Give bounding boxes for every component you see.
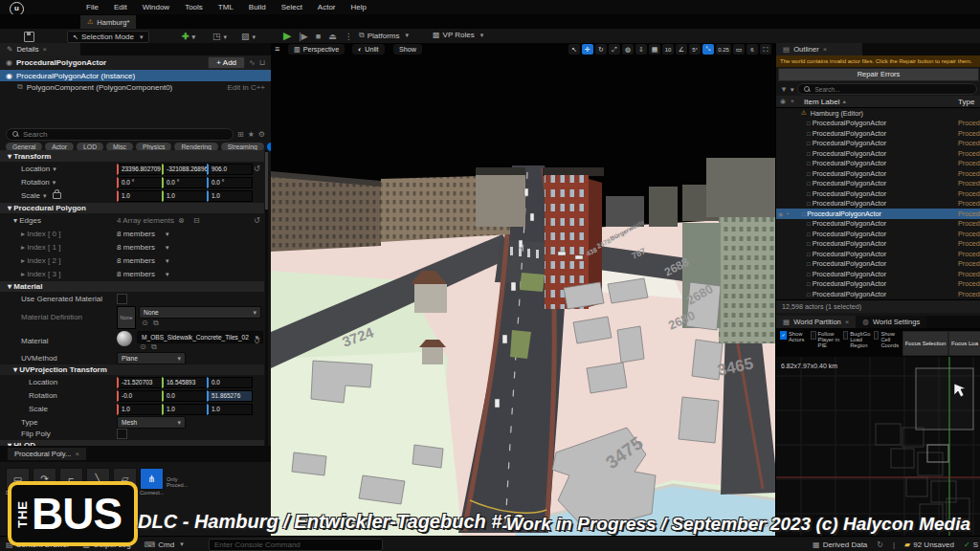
outliner-row[interactable]: □ ProceduralPolygonActorProcedural	[776, 249, 980, 259]
uv-location-y[interactable]: 16.545893	[162, 377, 208, 388]
pin-icon[interactable]: ⌖	[786, 210, 789, 217]
edit-in-cpp-link[interactable]: Edit in C++	[227, 83, 265, 92]
material-definition-thumb[interactable]: None	[117, 306, 136, 329]
close-icon[interactable]: ×	[845, 318, 849, 326]
outliner-row[interactable]: □ ProceduralPolygonActorProcedural	[776, 139, 980, 149]
eject-button[interactable]: ⏏	[328, 32, 337, 41]
uvmethod-dropdown[interactable]: Plane▾	[117, 352, 186, 364]
close-icon[interactable]: ×	[43, 45, 47, 54]
pin-icon[interactable]: ⌖	[791, 98, 794, 105]
clear-array-icon[interactable]: ⊗	[178, 216, 185, 225]
source-control-button[interactable]: ✓S	[964, 540, 978, 549]
grid-view-icon[interactable]: ⊞	[237, 130, 244, 139]
outliner-row[interactable]: ◉⌖□ ProceduralPolygonActorProcedural	[776, 209, 980, 219]
cmd-dropdown[interactable]: ⌨Cmd▾	[145, 540, 184, 549]
outliner-row[interactable]: □ ProceduralPolygonActorProcedural	[776, 219, 980, 230]
outliner-row[interactable]: □ ProceduralPolygonActorProcedural	[776, 119, 980, 129]
uv-location-x[interactable]: -21.520703	[117, 377, 163, 388]
favorites-icon[interactable]: ★	[248, 130, 255, 139]
scale-tool-icon[interactable]: ⤢	[609, 44, 620, 55]
reset-icon[interactable]: ↺	[254, 165, 260, 173]
viewport-canvas[interactable]: 3724346534752688268026807872478438Bürger…	[271, 43, 775, 536]
repair-errors-button[interactable]: Repair Errors	[778, 68, 979, 81]
uv-rotation-z[interactable]: 51.865276	[207, 390, 253, 402]
index-1-label[interactable]: ▸ Index [ 1 ]	[21, 243, 60, 252]
delete-array-icon[interactable]: ⊟	[193, 216, 200, 225]
index-0-label[interactable]: ▸ Index [ 0 ]	[21, 230, 60, 238]
cinematics-icon[interactable]: ▨▾	[241, 32, 256, 41]
surface-snap-icon[interactable]: ⇩	[635, 44, 647, 55]
use-asset-icon[interactable]: ⊙	[142, 319, 148, 327]
outliner-row[interactable]: □ ProceduralPolygonActorProcedural	[776, 128, 980, 139]
scale-z[interactable]: 1.0	[207, 190, 253, 202]
menu-window[interactable]: Window	[143, 3, 169, 11]
uv-rotation-y[interactable]: 0.0	[162, 390, 208, 402]
maximize-viewport-icon[interactable]: ⛶	[760, 44, 771, 55]
component-row[interactable]: ⧉ PolygonComponent (PolygonComponent0) E…	[0, 81, 271, 93]
uv-location-z[interactable]: 0.0	[207, 377, 253, 388]
outliner-search-input[interactable]: Search...	[797, 83, 977, 95]
add-component-button[interactable]: + Add	[208, 56, 245, 69]
menu-tools[interactable]: Tools	[185, 3, 203, 11]
type-column[interactable]: Type	[958, 98, 974, 106]
close-icon[interactable]: ×	[823, 45, 827, 54]
edges-label[interactable]: ▾ Edges	[13, 216, 41, 225]
section-uvprojection[interactable]: ▾ UVProjection Transform	[0, 364, 264, 375]
browse-asset-icon[interactable]: ⧉	[153, 319, 159, 328]
outliner-row[interactable]: □ ProceduralPolygonActorProcedural	[776, 259, 980, 270]
outliner-row[interactable]: □ ProceduralPolygonActorProcedural	[776, 188, 980, 199]
outliner-row[interactable]: □ ProceduralPolygonActorProcedural	[776, 229, 980, 239]
outliner-row[interactable]: □ ProceduralPolygonActorProcedural	[776, 239, 980, 250]
use-generated-material-checkbox[interactable]	[117, 294, 127, 304]
outliner-row[interactable]: □ ProceduralPolygonActorProcedural	[776, 279, 980, 290]
uv-scale-y[interactable]: 1.0	[162, 404, 208, 415]
outliner-row[interactable]: □ ProceduralPolygonActorProcedural	[776, 159, 980, 169]
tool-connect[interactable]: ⋔	[140, 468, 164, 490]
rotate-tool-icon[interactable]: ↻	[595, 44, 607, 55]
instance-row[interactable]: ◉ ProceduralPolygonActor (Instance)	[0, 70, 271, 81]
settings-gear-icon[interactable]: ⚙	[258, 130, 265, 139]
angle-snap-icon[interactable]: ∠	[676, 44, 687, 55]
eye-icon[interactable]: ◉	[778, 210, 783, 217]
details-search-input[interactable]: Search	[6, 128, 234, 141]
menu-tml[interactable]: TML	[218, 3, 234, 11]
index-2-label[interactable]: ▸ Index [ 2 ]	[21, 256, 60, 265]
rotation-z[interactable]: 0.0 °	[207, 177, 253, 188]
menu-build[interactable]: Build	[249, 3, 266, 11]
scale-snap-icon[interactable]: ⤡	[702, 44, 714, 55]
scale-snap-value[interactable]: 0.25	[716, 44, 731, 55]
world-space-icon[interactable]: ◍	[622, 44, 634, 55]
menu-actor[interactable]: Actor	[318, 3, 336, 11]
procedural-poly-tab[interactable]: Procedural Poly... ×	[8, 448, 86, 460]
vp-roles-dropdown[interactable]: ▩ VP Roles ▾	[433, 31, 483, 39]
scale-x[interactable]: 1.0	[117, 190, 163, 202]
uv-scale-z[interactable]: 1.0	[207, 404, 253, 415]
outliner-row[interactable]: □ ProceduralPolygonActorProcedural	[776, 179, 980, 189]
camera-speed-icon[interactable]: ▭	[733, 44, 745, 55]
blueprints-icon[interactable]: ◳▾	[212, 32, 227, 41]
grid-snap-icon[interactable]: ▦	[649, 44, 660, 55]
outliner-header-row[interactable]: ◉ ⌖ Item Label ▲ Type	[776, 96, 980, 108]
reset-icon[interactable]: ↺	[254, 216, 260, 225]
level-tab-hamburg[interactable]: ⚠ Hamburg*	[80, 15, 136, 29]
type-dropdown[interactable]: Mesh▾	[117, 416, 186, 429]
console-input[interactable]: Enter Console Command	[209, 539, 383, 551]
browse-icon[interactable]: ∿	[249, 58, 256, 67]
rotation-x[interactable]: 0.0 °	[117, 177, 163, 188]
check-cell-coords[interactable]: Show Cell Coords	[874, 331, 902, 348]
outliner-root-row[interactable]: ⚠ Hamburg (Editor)	[776, 108, 980, 119]
derived-data-button[interactable]: ▦Derived Data	[813, 540, 867, 549]
menu-file[interactable]: File	[86, 3, 99, 11]
browse-asset-icon[interactable]: ⧉	[151, 342, 157, 352]
eye-icon[interactable]: ◉	[780, 98, 786, 105]
outliner-row[interactable]: □ ProceduralPolygonActorProcedural	[776, 148, 980, 159]
index-3-label[interactable]: ▸ Index [ 3 ]	[21, 270, 60, 278]
focus-selection-button[interactable]: Focus Selection	[902, 331, 948, 356]
close-icon[interactable]: ×	[75, 450, 78, 458]
viewport-menu-icon[interactable]: ≡	[275, 44, 279, 54]
check-show-actors[interactable]: ✓ Show Actors	[780, 331, 811, 342]
flip-poly-checkbox[interactable]	[117, 429, 127, 439]
scale-y[interactable]: 1.0	[162, 190, 208, 202]
uv-scale-x[interactable]: 1.0	[117, 404, 163, 415]
world-settings-tab[interactable]: ◍ World Settings	[856, 316, 926, 328]
